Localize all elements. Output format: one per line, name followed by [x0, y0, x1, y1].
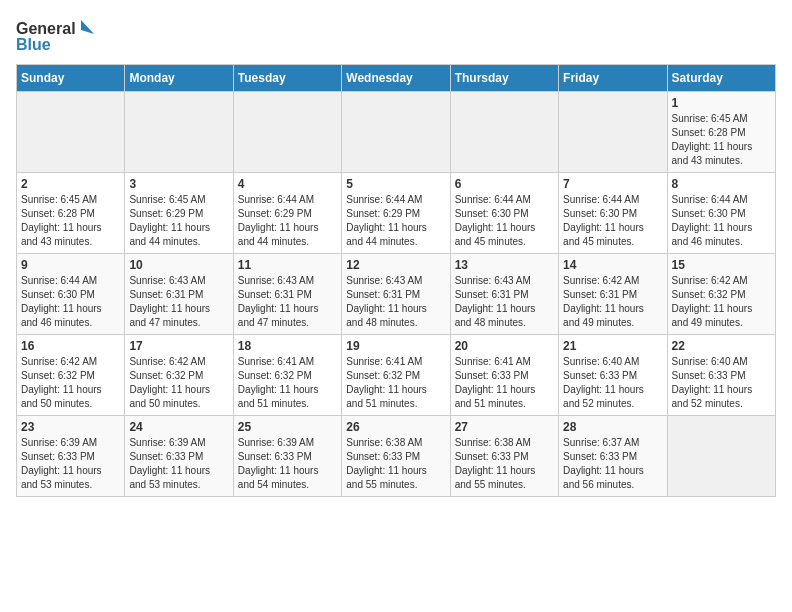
day-cell: 6Sunrise: 6:44 AM Sunset: 6:30 PM Daylig…	[450, 173, 558, 254]
day-cell: 18Sunrise: 6:41 AM Sunset: 6:32 PM Dayli…	[233, 335, 341, 416]
week-row-4: 23Sunrise: 6:39 AM Sunset: 6:33 PM Dayli…	[17, 416, 776, 497]
day-info: Sunrise: 6:44 AM Sunset: 6:30 PM Dayligh…	[455, 193, 554, 249]
day-cell	[125, 92, 233, 173]
day-cell: 15Sunrise: 6:42 AM Sunset: 6:32 PM Dayli…	[667, 254, 775, 335]
week-row-2: 9Sunrise: 6:44 AM Sunset: 6:30 PM Daylig…	[17, 254, 776, 335]
day-cell: 27Sunrise: 6:38 AM Sunset: 6:33 PM Dayli…	[450, 416, 558, 497]
day-cell	[233, 92, 341, 173]
logo: GeneralBlue	[16, 16, 96, 56]
day-number: 18	[238, 339, 337, 353]
day-info: Sunrise: 6:37 AM Sunset: 6:33 PM Dayligh…	[563, 436, 662, 492]
day-info: Sunrise: 6:40 AM Sunset: 6:33 PM Dayligh…	[672, 355, 771, 411]
day-cell: 9Sunrise: 6:44 AM Sunset: 6:30 PM Daylig…	[17, 254, 125, 335]
day-header-tuesday: Tuesday	[233, 65, 341, 92]
day-number: 16	[21, 339, 120, 353]
day-cell: 28Sunrise: 6:37 AM Sunset: 6:33 PM Dayli…	[559, 416, 667, 497]
day-info: Sunrise: 6:44 AM Sunset: 6:30 PM Dayligh…	[672, 193, 771, 249]
day-cell: 13Sunrise: 6:43 AM Sunset: 6:31 PM Dayli…	[450, 254, 558, 335]
day-cell: 22Sunrise: 6:40 AM Sunset: 6:33 PM Dayli…	[667, 335, 775, 416]
day-cell: 17Sunrise: 6:42 AM Sunset: 6:32 PM Dayli…	[125, 335, 233, 416]
day-cell: 11Sunrise: 6:43 AM Sunset: 6:31 PM Dayli…	[233, 254, 341, 335]
day-info: Sunrise: 6:38 AM Sunset: 6:33 PM Dayligh…	[455, 436, 554, 492]
day-header-sunday: Sunday	[17, 65, 125, 92]
day-cell	[559, 92, 667, 173]
day-cell: 8Sunrise: 6:44 AM Sunset: 6:30 PM Daylig…	[667, 173, 775, 254]
day-info: Sunrise: 6:43 AM Sunset: 6:31 PM Dayligh…	[455, 274, 554, 330]
day-info: Sunrise: 6:43 AM Sunset: 6:31 PM Dayligh…	[129, 274, 228, 330]
day-cell: 1Sunrise: 6:45 AM Sunset: 6:28 PM Daylig…	[667, 92, 775, 173]
day-info: Sunrise: 6:44 AM Sunset: 6:29 PM Dayligh…	[346, 193, 445, 249]
day-info: Sunrise: 6:40 AM Sunset: 6:33 PM Dayligh…	[563, 355, 662, 411]
day-info: Sunrise: 6:43 AM Sunset: 6:31 PM Dayligh…	[238, 274, 337, 330]
day-cell	[342, 92, 450, 173]
day-info: Sunrise: 6:44 AM Sunset: 6:30 PM Dayligh…	[21, 274, 120, 330]
day-cell: 25Sunrise: 6:39 AM Sunset: 6:33 PM Dayli…	[233, 416, 341, 497]
day-number: 4	[238, 177, 337, 191]
day-number: 24	[129, 420, 228, 434]
day-header-saturday: Saturday	[667, 65, 775, 92]
day-info: Sunrise: 6:38 AM Sunset: 6:33 PM Dayligh…	[346, 436, 445, 492]
day-cell: 19Sunrise: 6:41 AM Sunset: 6:32 PM Dayli…	[342, 335, 450, 416]
day-cell: 21Sunrise: 6:40 AM Sunset: 6:33 PM Dayli…	[559, 335, 667, 416]
day-number: 8	[672, 177, 771, 191]
day-cell: 20Sunrise: 6:41 AM Sunset: 6:33 PM Dayli…	[450, 335, 558, 416]
day-info: Sunrise: 6:44 AM Sunset: 6:29 PM Dayligh…	[238, 193, 337, 249]
day-info: Sunrise: 6:41 AM Sunset: 6:33 PM Dayligh…	[455, 355, 554, 411]
day-info: Sunrise: 6:42 AM Sunset: 6:32 PM Dayligh…	[21, 355, 120, 411]
day-number: 12	[346, 258, 445, 272]
day-cell: 12Sunrise: 6:43 AM Sunset: 6:31 PM Dayli…	[342, 254, 450, 335]
day-cell: 4Sunrise: 6:44 AM Sunset: 6:29 PM Daylig…	[233, 173, 341, 254]
day-cell	[17, 92, 125, 173]
week-row-0: 1Sunrise: 6:45 AM Sunset: 6:28 PM Daylig…	[17, 92, 776, 173]
day-number: 6	[455, 177, 554, 191]
svg-text:General: General	[16, 20, 76, 37]
day-info: Sunrise: 6:44 AM Sunset: 6:30 PM Dayligh…	[563, 193, 662, 249]
svg-marker-1	[81, 20, 94, 34]
day-number: 25	[238, 420, 337, 434]
day-cell: 7Sunrise: 6:44 AM Sunset: 6:30 PM Daylig…	[559, 173, 667, 254]
page-header: GeneralBlue	[16, 16, 776, 56]
day-header-thursday: Thursday	[450, 65, 558, 92]
day-header-row: SundayMondayTuesdayWednesdayThursdayFrid…	[17, 65, 776, 92]
day-number: 15	[672, 258, 771, 272]
day-info: Sunrise: 6:43 AM Sunset: 6:31 PM Dayligh…	[346, 274, 445, 330]
day-number: 5	[346, 177, 445, 191]
day-number: 23	[21, 420, 120, 434]
day-number: 10	[129, 258, 228, 272]
day-info: Sunrise: 6:39 AM Sunset: 6:33 PM Dayligh…	[21, 436, 120, 492]
day-number: 28	[563, 420, 662, 434]
day-header-friday: Friday	[559, 65, 667, 92]
svg-text:Blue: Blue	[16, 36, 51, 53]
day-info: Sunrise: 6:41 AM Sunset: 6:32 PM Dayligh…	[346, 355, 445, 411]
day-info: Sunrise: 6:39 AM Sunset: 6:33 PM Dayligh…	[129, 436, 228, 492]
day-header-wednesday: Wednesday	[342, 65, 450, 92]
day-cell: 23Sunrise: 6:39 AM Sunset: 6:33 PM Dayli…	[17, 416, 125, 497]
day-info: Sunrise: 6:42 AM Sunset: 6:32 PM Dayligh…	[672, 274, 771, 330]
week-row-1: 2Sunrise: 6:45 AM Sunset: 6:28 PM Daylig…	[17, 173, 776, 254]
day-number: 7	[563, 177, 662, 191]
day-number: 2	[21, 177, 120, 191]
day-header-monday: Monday	[125, 65, 233, 92]
day-info: Sunrise: 6:42 AM Sunset: 6:32 PM Dayligh…	[129, 355, 228, 411]
day-number: 20	[455, 339, 554, 353]
day-cell: 14Sunrise: 6:42 AM Sunset: 6:31 PM Dayli…	[559, 254, 667, 335]
day-info: Sunrise: 6:42 AM Sunset: 6:31 PM Dayligh…	[563, 274, 662, 330]
calendar-table: SundayMondayTuesdayWednesdayThursdayFrid…	[16, 64, 776, 497]
day-cell: 3Sunrise: 6:45 AM Sunset: 6:29 PM Daylig…	[125, 173, 233, 254]
day-number: 27	[455, 420, 554, 434]
day-number: 26	[346, 420, 445, 434]
day-cell	[450, 92, 558, 173]
day-cell	[667, 416, 775, 497]
day-number: 22	[672, 339, 771, 353]
day-cell: 5Sunrise: 6:44 AM Sunset: 6:29 PM Daylig…	[342, 173, 450, 254]
day-number: 13	[455, 258, 554, 272]
day-number: 3	[129, 177, 228, 191]
day-info: Sunrise: 6:45 AM Sunset: 6:28 PM Dayligh…	[672, 112, 771, 168]
day-cell: 10Sunrise: 6:43 AM Sunset: 6:31 PM Dayli…	[125, 254, 233, 335]
day-info: Sunrise: 6:41 AM Sunset: 6:32 PM Dayligh…	[238, 355, 337, 411]
day-cell: 16Sunrise: 6:42 AM Sunset: 6:32 PM Dayli…	[17, 335, 125, 416]
day-number: 14	[563, 258, 662, 272]
day-info: Sunrise: 6:45 AM Sunset: 6:29 PM Dayligh…	[129, 193, 228, 249]
day-cell: 26Sunrise: 6:38 AM Sunset: 6:33 PM Dayli…	[342, 416, 450, 497]
day-number: 19	[346, 339, 445, 353]
